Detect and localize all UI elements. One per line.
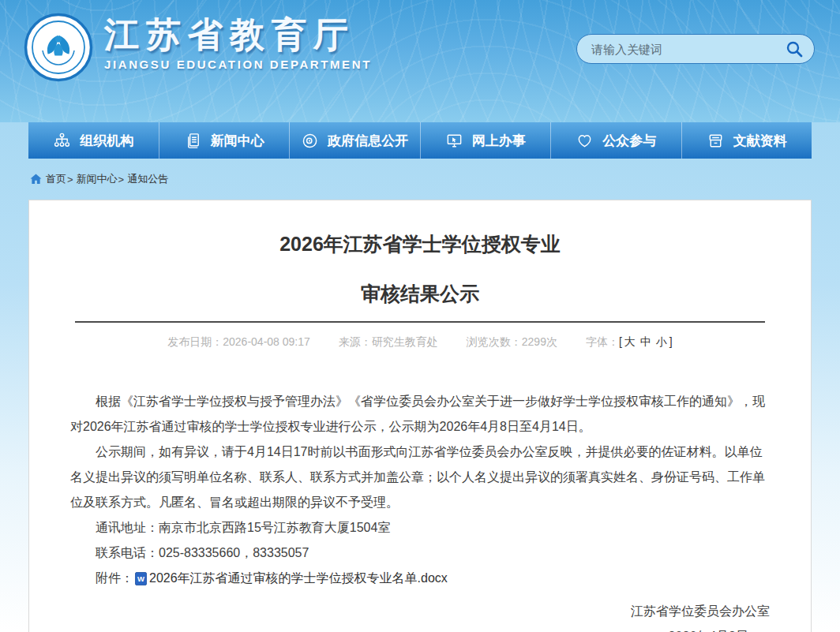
font-size-controls: 字体：[大中小] [586, 335, 673, 350]
nav-item-organization[interactable]: 组织机构 [28, 122, 159, 159]
bracket-close: ] [669, 335, 673, 348]
font-size-medium-button[interactable]: 中 [640, 335, 651, 348]
nav-label: 网上办事 [472, 132, 526, 150]
nav-item-online-services[interactable]: 网上办事 [421, 122, 552, 159]
view-count: 浏览次数：2299次 [467, 335, 557, 350]
attachment-line: 附件： W 2026年江苏省通过审核的学士学位授权专业名单.docx [70, 566, 770, 591]
page: 江苏省教育厅 JIANGSU EDUCATION DEPARTMENT 组织机构 [0, 0, 840, 632]
nav-label: 新闻中心 [211, 132, 264, 150]
nav-label: 公众参与 [602, 132, 656, 150]
online-services-icon [445, 132, 463, 150]
breadcrumb-notices[interactable]: 通知公告 [127, 172, 168, 186]
word-doc-icon: W [135, 572, 147, 585]
site-logo-icon[interactable] [24, 13, 93, 82]
article-title-line2: 审核结果公示 [70, 282, 770, 305]
site-name: 江苏省教育厅 [104, 16, 372, 54]
article-card: 2026年江苏省学士学位授权专业 审核结果公示 发布日期：2026-04-08 … [28, 200, 812, 632]
contact-phone: 联系电话：025-83335660，83335057 [70, 540, 770, 566]
home-icon[interactable] [30, 174, 42, 185]
nav-label: 文献资料 [733, 132, 787, 150]
site-title: 江苏省教育厅 JIANGSU EDUCATION DEPARTMENT [104, 16, 372, 71]
article-title-line1: 2026年江苏省学士学位授权专业 [70, 232, 770, 256]
nav-item-documents[interactable]: 文献资料 [682, 122, 812, 159]
font-size-large-button[interactable]: 大 [624, 335, 636, 348]
signature-date: 2026年4月8日 [70, 624, 770, 632]
breadcrumb-separator: > [67, 174, 73, 185]
search-box [576, 34, 815, 64]
publish-date: 发布日期：2026-04-08 09:17 [167, 335, 310, 350]
documents-icon [707, 132, 725, 150]
search-icon[interactable] [784, 39, 804, 59]
breadcrumb-home[interactable]: 首页 [46, 172, 66, 186]
nav-item-public-participation[interactable]: 公众参与 [551, 122, 682, 159]
info-disclosure-icon [301, 132, 319, 150]
news-icon [184, 132, 202, 150]
attachment-link[interactable]: 2026年江苏省通过审核的学士学位授权专业名单.docx [149, 566, 448, 591]
title-divider [75, 321, 765, 323]
signature-office: 江苏省学位委员会办公室 [70, 599, 770, 624]
public-participation-icon [576, 132, 594, 150]
nav-item-info-disclosure[interactable]: 政府信息公开 [290, 122, 421, 159]
breadcrumb-news-center[interactable]: 新闻中心 [77, 172, 118, 186]
nav-label: 组织机构 [80, 132, 133, 150]
nav-label: 政府信息公开 [328, 132, 408, 150]
article-body: 根据《江苏省学士学位授权与授予管理办法》《省学位委员会办公室关于进一步做好学士学… [70, 389, 770, 632]
svg-text:W: W [137, 574, 144, 583]
bracket-open: [ [619, 335, 622, 348]
nav-item-news[interactable]: 新闻中心 [159, 122, 291, 159]
attachment-label: 附件： [96, 566, 133, 591]
paragraph: 根据《江苏省学士学位授权与授予管理办法》《省学位委员会办公室关于进一步做好学士学… [70, 389, 770, 439]
org-chart-icon [53, 132, 71, 150]
article-source: 来源：研究生教育处 [339, 335, 438, 350]
contact-address: 通讯地址：南京市北京西路15号江苏教育大厦1504室 [70, 515, 770, 540]
site-name-en: JIANGSU EDUCATION DEPARTMENT [104, 58, 372, 71]
site-header: 江苏省教育厅 JIANGSU EDUCATION DEPARTMENT [0, 0, 840, 122]
article-meta: 发布日期：2026-04-08 09:17 来源：研究生教育处 浏览次数：229… [70, 335, 770, 350]
font-size-small-button[interactable]: 小 [656, 335, 667, 348]
signature-block: 江苏省学位委员会办公室 2026年4月8日 [70, 599, 770, 632]
font-size-label: 字体： [586, 335, 619, 348]
breadcrumb: 首页 > 新闻中心 > 通知公告 [30, 159, 168, 200]
main-nav: 组织机构 新闻中心 政府信息公开 网上办事 [28, 122, 812, 159]
breadcrumb-separator: > [118, 174, 125, 185]
paragraph: 公示期间，如有异议，请于4月14日17时前以书面形式向江苏省学位委员会办公室反映… [70, 439, 770, 515]
search-input[interactable] [590, 42, 784, 57]
